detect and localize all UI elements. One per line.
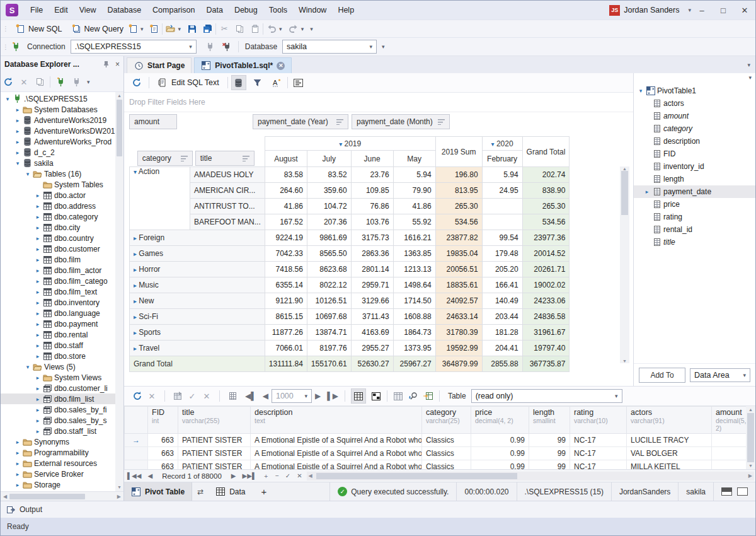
pivot-value-cell[interactable]: 1363.85 (393, 246, 435, 262)
menu-edit[interactable]: Edit (49, 1, 74, 20)
tree-item-dbo-staff[interactable]: ▸dbo.staff (1, 340, 115, 351)
pivot-value-cell[interactable]: 25967.27 (393, 356, 435, 372)
pivot-value-cell[interactable]: 55.92 (393, 214, 435, 230)
pivot-value-cell[interactable]: 23977.36 (522, 230, 570, 246)
pivot-value-cell[interactable]: 7042.33 (265, 246, 307, 262)
grid-column-header-rating[interactable]: ratingvarchar(10) (570, 407, 627, 434)
pivot-value-cell[interactable]: 205.20 (482, 262, 522, 277)
grid-cell[interactable]: 663 (148, 434, 178, 447)
field-item-rental_id[interactable]: rental_id (634, 223, 755, 236)
grid-cell[interactable]: VAL BOLGER (627, 447, 712, 460)
toolbar-overflow-icon[interactable]: ▾ (310, 26, 313, 32)
pivot-grand-total-header[interactable]: Grand Total (522, 137, 570, 167)
tree-item-storage[interactable]: ▸Storage (1, 479, 115, 490)
pivot-value-cell[interactable]: 1373.95 (393, 341, 435, 356)
pivot-value-cell[interactable]: 41.86 (265, 199, 307, 214)
pivot-month-header-february[interactable]: February (482, 151, 522, 167)
pivot-value-cell[interactable]: 1608.88 (393, 309, 435, 325)
duplicate-icon[interactable] (35, 77, 45, 87)
pivot-value-cell[interactable]: 9121.90 (265, 293, 307, 309)
expander-icon[interactable]: ▾ (636, 88, 645, 94)
tab-data[interactable]: Data (209, 482, 252, 501)
grid-cell[interactable]: MILLA KEITEL (627, 460, 712, 470)
grid-cell[interactable]: 0.99 (471, 447, 529, 460)
pivot-value-cell[interactable]: 99.54 (482, 230, 522, 246)
pivot-category-cell-action[interactable]: ▾ Action (130, 167, 190, 230)
pivot-value-cell[interactable]: 5.94 (393, 167, 435, 183)
tree-item-service-broker[interactable]: ▸Service Broker (1, 469, 115, 479)
area-select[interactable]: Data Area▾ (690, 368, 750, 382)
edit-sql-text-button[interactable]: Edit SQL Text (152, 74, 224, 91)
pivot-value-cell[interactable]: 3711.43 (351, 309, 393, 325)
drop-filter-zone[interactable]: Drop Filter Fields Here (124, 93, 633, 112)
columns-button[interactable] (391, 388, 406, 404)
pivot-sum-header[interactable]: 2019 Sum (435, 137, 482, 167)
pivot-category-cell-music[interactable]: ▸ Music (130, 277, 265, 293)
pivot-value-cell[interactable]: 8197.76 (307, 341, 351, 356)
tree-item-external-resources[interactable]: ▸External resources (1, 458, 115, 469)
tree-item-adventureworks2019[interactable]: ▸AdventureWorks2019 (1, 115, 115, 125)
grid-cancel-icon[interactable]: ✕ (147, 391, 157, 401)
pivot-value-cell[interactable] (482, 199, 522, 214)
expander-icon[interactable]: ▸ (33, 289, 42, 295)
datasource-toggle-button[interactable] (231, 75, 246, 90)
explorer-overflow-icon[interactable]: ▾ (87, 79, 90, 85)
pivot-value-cell[interactable]: 166.41 (482, 277, 522, 293)
expander-icon[interactable]: ▾ (13, 160, 22, 166)
expander-icon[interactable]: ▸ (33, 310, 42, 317)
tree-item-dbo-film-text[interactable]: ▸dbo.film_text (1, 286, 115, 297)
expander-icon[interactable]: ▸ (33, 278, 42, 284)
expander-icon[interactable]: ▸ (643, 189, 651, 195)
pivot-value-cell[interactable]: 167.52 (265, 214, 307, 230)
tree-item-system-databases[interactable]: ▸System Databases (1, 104, 115, 115)
grid-cell[interactable]: Classics (422, 447, 471, 460)
pivot-value-cell[interactable]: 83.52 (307, 167, 351, 183)
pivot-value-cell[interactable]: 6355.14 (265, 277, 307, 293)
expander-icon[interactable]: ▸ (33, 267, 42, 274)
pivot-value-cell[interactable]: 2955.27 (351, 341, 393, 356)
expander-icon[interactable]: ▸ (33, 257, 42, 263)
data-field-chip[interactable]: amount (129, 114, 177, 129)
pivot-value-cell[interactable]: 534.56 (435, 214, 482, 230)
import-icon[interactable] (173, 391, 183, 401)
pivot-value-cell[interactable]: 179.48 (482, 246, 522, 262)
expander-icon[interactable]: ▸ (33, 342, 42, 349)
open-chevron-icon[interactable]: ▾ (178, 26, 181, 32)
grid-cell[interactable]: PATIENT SISTER (178, 434, 251, 447)
pivot-value-cell[interactable]: 20014.52 (522, 246, 570, 262)
grid-horizontal-scrollbar[interactable]: ◀ ▶ (307, 472, 754, 481)
tree-item--sqlexpress15[interactable]: ▾.\SQLEXPRESS15 (1, 93, 115, 104)
pivot-month-header-may[interactable]: May (393, 151, 435, 167)
table-select[interactable]: (read only)▾ (471, 389, 622, 403)
expander-icon[interactable]: ▸ (13, 460, 22, 467)
split-layout-icon[interactable] (721, 487, 732, 496)
pivot-value-cell[interactable]: 24633.14 (435, 309, 482, 325)
open-file-icon[interactable] (166, 24, 176, 34)
tree-item-dbo-sales-by-s[interactable]: ▸dbo.sales_by_s (1, 415, 115, 426)
pivot-title-cell[interactable]: AMADEUS HOLY (190, 167, 265, 183)
pivot-value-cell[interactable]: 5.94 (482, 167, 522, 183)
pivot-value-cell[interactable]: 20056.51 (435, 262, 482, 277)
tree-item-adventureworksdw201[interactable]: ▸AdventureWorksDW201 (1, 125, 115, 136)
pivot-value-cell[interactable]: 24.95 (482, 183, 522, 199)
fields-panel-chevron-icon[interactable]: ▾ (748, 74, 752, 83)
pivot-value-cell[interactable]: 9861.69 (307, 230, 351, 246)
pivot-value-cell[interactable]: 196.80 (435, 167, 482, 183)
pivot-category-cell-travel[interactable]: ▸ Travel (130, 341, 265, 356)
explorer-vertical-scrollbar[interactable]: ▲ ▼ (115, 92, 123, 491)
column-field-chip-year[interactable]: payment_date (Year) (253, 114, 348, 129)
field-item-length[interactable]: length (634, 173, 755, 185)
pivot-value-cell[interactable]: 367735.87 (522, 356, 570, 372)
pivot-month-header-august[interactable]: August (265, 151, 307, 167)
grid-cell[interactable]: NC-17 (570, 434, 627, 447)
new-query-button[interactable]: New Query (67, 21, 129, 37)
pivot-value-cell[interactable]: 76.86 (351, 199, 393, 214)
page-size-select[interactable]: 1000▾ (272, 389, 312, 403)
delete-icon[interactable]: ✕ (19, 77, 29, 87)
expander-icon[interactable]: ▸ (33, 214, 42, 220)
grid-cell[interactable]: 663 (148, 447, 178, 460)
first-page-icon[interactable]: ◀▌ (242, 392, 260, 400)
expander-icon[interactable]: ▸ (33, 428, 42, 434)
tree-item-dbo-staff-list[interactable]: ▸dbo.staff_list (1, 426, 115, 436)
connbar-overflow-icon[interactable]: ▾ (382, 44, 385, 50)
